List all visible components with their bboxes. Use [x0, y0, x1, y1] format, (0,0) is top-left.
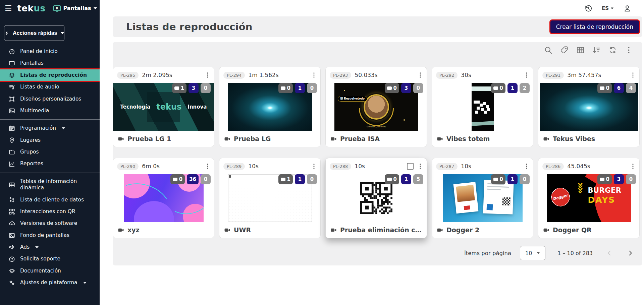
sidebar-item-label: Fondo de pantallas [20, 232, 69, 239]
sidebar-item-panel-de-inicio[interactable]: Panel de inicio [0, 46, 100, 57]
sidebar-item-lugares[interactable]: Lugares [0, 134, 100, 146]
card-menu-button more-icon[interactable] [630, 163, 636, 170]
sidebar-item-ajustes-de-plataforma[interactable]: Ajustes de plataforma [0, 277, 100, 289]
screens-icon: K [53, 5, 61, 11]
sync-icon[interactable] [608, 46, 617, 54]
screens-count-badge: 0 [597, 174, 612, 184]
card-menu-button more-icon[interactable] [523, 72, 530, 78]
thumbnail-zone: Dogger»»BURGERDAYS030 [538, 174, 639, 222]
card-badges: 064 [597, 83, 636, 93]
screens-count-badge: 0 [597, 83, 612, 93]
playlist-card-pl-286[interactable]: PL-28645.045sDogger»»BURGERDAYS030Dogger… [538, 158, 640, 238]
playlist-card-pl-290[interactable]: PL-2906m 0s0360xyz [113, 158, 214, 238]
page-range-text: 1 – 10 of 283 [557, 250, 593, 256]
content-count-badge: 1 [401, 174, 411, 184]
sort-icon[interactable] [592, 46, 601, 54]
language-selector[interactable]: ES [602, 5, 614, 11]
playlist-card-pl-294[interactable]: PL-2941m 1.562s010Prueba LG [219, 67, 321, 147]
thumbnail-zone: 064 [538, 83, 639, 131]
frame-icon [9, 96, 15, 102]
card-footer: Prueba LG [219, 131, 320, 147]
sidebar-item-multimedia[interactable]: Multimedia [0, 105, 100, 117]
chart-icon [9, 161, 15, 167]
screens-count-badge: 0 [491, 83, 505, 93]
playlist-grid: PL-2952m 2.095sTecnologíatekusInnova130P… [113, 67, 640, 238]
sidebar-item-versiones-de-software[interactable]: Versiones de software [0, 218, 100, 229]
tekus-logo[interactable]: tekus [17, 3, 46, 13]
sidebar-item-listas-de-audio[interactable]: Listas de audio [0, 81, 100, 93]
playlist-card-pl-295[interactable]: PL-2952m 2.095sTecnologíatekusInnova130P… [113, 67, 214, 147]
monitor-icon [9, 60, 15, 67]
card-menu-button more-icon[interactable] [204, 72, 211, 78]
previous-page-button[interactable] [606, 250, 613, 256]
content-count-badge: 1 [507, 83, 518, 93]
sidebar-item-fondo-de-pantallas[interactable]: Fondo de pantallas [0, 230, 100, 241]
card-menu-button more-icon[interactable] [630, 72, 636, 78]
playlist-id-badge: PL-294 [223, 72, 245, 79]
card-menu-button more-icon[interactable] [311, 72, 317, 78]
sidebar-item-lista-de-cliente-de-datos[interactable]: Lista de cliente de datos [0, 194, 100, 206]
secondary-count-badge: 0 [307, 174, 317, 184]
secondary-count-badge: 0 [520, 174, 530, 184]
sidebar-item-label: Diseños personalizados [20, 96, 81, 102]
playlist-duration: 1m 1.562s [248, 72, 278, 78]
secondary-count-badge: 0 [201, 83, 211, 93]
playlist-card-pl-292[interactable]: PL-29230s012Vibes totem [432, 67, 533, 147]
next-page-button[interactable] [627, 250, 634, 256]
sidebar-item-documentacion[interactable]: Documentación [0, 265, 100, 277]
more-icon[interactable] [625, 46, 633, 54]
chevron-down-icon [537, 252, 540, 254]
workspace-selector[interactable]: K Pantallas [53, 5, 97, 11]
history-icon[interactable] [584, 4, 592, 12]
playlist-card-pl-289[interactable]: PL-28910s110UWR [219, 158, 321, 238]
sidebar-item-solicita-soporte[interactable]: Solicita soporte [0, 253, 100, 265]
content-count-badge: 36 [187, 174, 199, 184]
card-badges: 0360 [170, 174, 211, 184]
card-footer: Dogger 2 [432, 222, 533, 238]
quick-actions-button[interactable]: Acciones rápidas [4, 25, 64, 41]
card-menu-button more-icon[interactable] [523, 163, 530, 170]
hamburger-menu-icon[interactable]: ☰ [5, 4, 12, 12]
card-menu-button more-icon[interactable] [204, 163, 211, 170]
card-badges: 030 [385, 83, 423, 93]
sidebar-item-listas-de-reproduccion[interactable]: Listas de reproducción [0, 69, 100, 81]
sidebar-item-label: Lugares [20, 137, 41, 143]
playlist-card-pl-287[interactable]: PL-28710s010Dogger 2 [432, 158, 533, 238]
playlist-duration: 10s [248, 163, 259, 170]
page-nav [606, 250, 634, 256]
card-menu-button more-icon[interactable] [417, 163, 424, 170]
create-playlist-button[interactable]: Crear lista de reproducción [549, 19, 640, 34]
playlist-card-pl-293[interactable]: PL-29350.033sEl ResuelvetodoGerardo Jimé… [325, 67, 427, 147]
sidebar-item-grupos[interactable]: Grupos [0, 146, 100, 158]
sidebar-item-disenos-personalizados[interactable]: Diseños personalizados [0, 93, 100, 105]
pagination: Ítems por página 10 1 – 10 of 283 [464, 246, 634, 260]
playlist-title: Dogger 2 [446, 226, 479, 234]
card-footer: Dogger QR [538, 222, 639, 238]
table-icon [9, 182, 15, 188]
thumbnail-zone: 0360 [113, 174, 214, 222]
user-icon[interactable] [623, 4, 631, 12]
screen-icon [281, 178, 285, 181]
sidebar-item-programacion[interactable]: Programación [0, 122, 100, 134]
sidebar-item-interacciones-con-qr[interactable]: Interacciones con QR [0, 206, 100, 218]
page-size-select[interactable]: 10 [520, 246, 545, 260]
tag-icon[interactable] [560, 46, 569, 54]
card-menu-button more-icon[interactable] [311, 163, 317, 170]
table-grid-icon[interactable] [576, 46, 585, 54]
sidebar-item-ads[interactable]: Ads [0, 241, 100, 253]
search-icon[interactable] [544, 46, 552, 54]
card-header: PL-29350.033s [326, 67, 427, 83]
sidebar-item-reportes[interactable]: Reportes [0, 158, 100, 170]
videocam-icon [330, 136, 337, 142]
card-menu-button more-icon[interactable] [417, 72, 424, 78]
playlist-card-pl-291[interactable]: PL-2913m 57.457s064Tekus Vibes [538, 67, 640, 147]
sidebar-item-tablas-de-informacion-dinamica[interactable]: Tablas de información dinámica [0, 176, 100, 194]
thumbnail-zone: TecnologíatekusInnova130 [113, 83, 214, 131]
playlist-card-pl-288[interactable]: PL-28810s015Prueba eliminación cont… [325, 158, 427, 238]
sidebar-item-pantallas[interactable]: Pantallas [0, 57, 100, 69]
videocam-icon [224, 227, 230, 233]
sidebar-divider [0, 119, 100, 120]
card-checkbox[interactable] [407, 163, 414, 170]
screens-count-badge: 0 [385, 83, 399, 93]
screens-count-badge: 0 [385, 174, 399, 184]
